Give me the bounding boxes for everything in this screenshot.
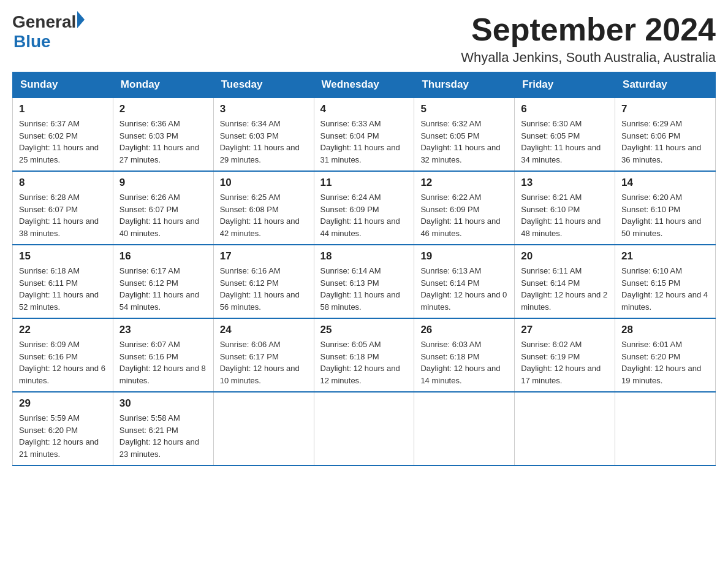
table-row xyxy=(414,392,515,465)
day-number: 23 xyxy=(119,324,207,336)
table-row xyxy=(615,392,716,465)
day-info: Sunrise: 6:01 AMSunset: 6:20 PMDaylight:… xyxy=(621,339,709,386)
title-area: September 2024 Whyalla Jenkins, South Au… xyxy=(461,12,716,66)
day-number: 10 xyxy=(220,177,308,189)
day-number: 11 xyxy=(320,177,408,189)
table-row: 30Sunrise: 5:58 AMSunset: 6:21 PMDayligh… xyxy=(113,392,213,465)
table-row: 7Sunrise: 6:29 AMSunset: 6:06 PMDaylight… xyxy=(615,98,716,171)
logo-arrow-icon xyxy=(77,11,85,28)
day-number: 9 xyxy=(119,177,207,189)
day-number: 6 xyxy=(521,103,609,115)
calendar-table: Sunday Monday Tuesday Wednesday Thursday… xyxy=(12,72,716,466)
day-info: Sunrise: 6:18 AMSunset: 6:11 PMDaylight:… xyxy=(19,265,107,313)
table-row: 29Sunrise: 5:59 AMSunset: 6:20 PMDayligh… xyxy=(13,392,113,465)
table-row: 11Sunrise: 6:24 AMSunset: 6:09 PMDayligh… xyxy=(314,171,414,245)
calendar-week-row: 1Sunrise: 6:37 AMSunset: 6:02 PMDaylight… xyxy=(13,98,716,171)
day-info: Sunrise: 6:17 AMSunset: 6:12 PMDaylight:… xyxy=(119,265,207,313)
table-row: 6Sunrise: 6:30 AMSunset: 6:05 PMDaylight… xyxy=(515,98,615,171)
table-row: 2Sunrise: 6:36 AMSunset: 6:03 PMDaylight… xyxy=(113,98,213,171)
day-info: Sunrise: 6:06 AMSunset: 6:17 PMDaylight:… xyxy=(220,339,308,386)
table-row: 20Sunrise: 6:11 AMSunset: 6:14 PMDayligh… xyxy=(515,245,615,318)
day-number: 5 xyxy=(420,103,508,115)
day-info: Sunrise: 6:21 AMSunset: 6:10 PMDaylight:… xyxy=(521,191,609,239)
month-title: September 2024 xyxy=(461,12,716,47)
day-info: Sunrise: 6:16 AMSunset: 6:12 PMDaylight:… xyxy=(220,265,308,313)
header-sunday: Sunday xyxy=(13,72,113,98)
day-info: Sunrise: 6:25 AMSunset: 6:08 PMDaylight:… xyxy=(220,191,308,239)
day-info: Sunrise: 6:28 AMSunset: 6:07 PMDaylight:… xyxy=(19,191,107,239)
day-info: Sunrise: 6:36 AMSunset: 6:03 PMDaylight:… xyxy=(119,118,207,166)
table-row xyxy=(213,392,314,465)
table-row: 10Sunrise: 6:25 AMSunset: 6:08 PMDayligh… xyxy=(213,171,314,245)
day-number: 14 xyxy=(621,177,709,189)
day-info: Sunrise: 6:20 AMSunset: 6:10 PMDaylight:… xyxy=(621,191,709,239)
day-number: 4 xyxy=(320,103,408,115)
table-row: 21Sunrise: 6:10 AMSunset: 6:15 PMDayligh… xyxy=(615,245,716,318)
day-info: Sunrise: 6:26 AMSunset: 6:07 PMDaylight:… xyxy=(119,191,207,239)
table-row: 18Sunrise: 6:14 AMSunset: 6:13 PMDayligh… xyxy=(314,245,414,318)
table-row: 3Sunrise: 6:34 AMSunset: 6:03 PMDaylight… xyxy=(213,98,314,171)
table-row: 26Sunrise: 6:03 AMSunset: 6:18 PMDayligh… xyxy=(414,318,515,392)
header-friday: Friday xyxy=(515,72,615,98)
table-row xyxy=(314,392,414,465)
table-row: 23Sunrise: 6:07 AMSunset: 6:16 PMDayligh… xyxy=(113,318,213,392)
table-row: 1Sunrise: 6:37 AMSunset: 6:02 PMDaylight… xyxy=(13,98,113,171)
logo-general-text: General xyxy=(12,12,76,32)
table-row: 8Sunrise: 6:28 AMSunset: 6:07 PMDaylight… xyxy=(13,171,113,245)
day-info: Sunrise: 6:33 AMSunset: 6:04 PMDaylight:… xyxy=(320,118,408,166)
day-number: 7 xyxy=(621,103,709,115)
table-row: 5Sunrise: 6:32 AMSunset: 6:05 PMDaylight… xyxy=(414,98,515,171)
day-info: Sunrise: 6:10 AMSunset: 6:15 PMDaylight:… xyxy=(621,265,709,313)
day-number: 22 xyxy=(19,324,107,336)
day-info: Sunrise: 6:02 AMSunset: 6:19 PMDaylight:… xyxy=(521,339,609,386)
table-row: 19Sunrise: 6:13 AMSunset: 6:14 PMDayligh… xyxy=(414,245,515,318)
header-saturday: Saturday xyxy=(615,72,716,98)
day-info: Sunrise: 6:07 AMSunset: 6:16 PMDaylight:… xyxy=(119,339,207,386)
day-number: 28 xyxy=(621,324,709,336)
day-number: 1 xyxy=(19,103,107,115)
calendar-week-row: 29Sunrise: 5:59 AMSunset: 6:20 PMDayligh… xyxy=(13,392,716,465)
page-header: General Blue September 2024 Whyalla Jenk… xyxy=(12,12,716,66)
table-row: 24Sunrise: 6:06 AMSunset: 6:17 PMDayligh… xyxy=(213,318,314,392)
day-number: 25 xyxy=(320,324,408,336)
table-row: 12Sunrise: 6:22 AMSunset: 6:09 PMDayligh… xyxy=(414,171,515,245)
day-info: Sunrise: 6:24 AMSunset: 6:09 PMDaylight:… xyxy=(320,191,408,239)
day-info: Sunrise: 5:59 AMSunset: 6:20 PMDaylight:… xyxy=(19,412,107,460)
day-info: Sunrise: 6:34 AMSunset: 6:03 PMDaylight:… xyxy=(220,118,308,166)
calendar-week-row: 22Sunrise: 6:09 AMSunset: 6:16 PMDayligh… xyxy=(13,318,716,392)
table-row: 25Sunrise: 6:05 AMSunset: 6:18 PMDayligh… xyxy=(314,318,414,392)
day-number: 16 xyxy=(119,250,207,262)
day-number: 15 xyxy=(19,250,107,262)
day-number: 8 xyxy=(19,177,107,189)
day-info: Sunrise: 5:58 AMSunset: 6:21 PMDaylight:… xyxy=(119,412,207,460)
day-info: Sunrise: 6:13 AMSunset: 6:14 PMDaylight:… xyxy=(420,265,508,313)
day-number: 20 xyxy=(521,250,609,262)
day-number: 12 xyxy=(420,177,508,189)
logo: General Blue xyxy=(12,12,85,52)
day-info: Sunrise: 6:37 AMSunset: 6:02 PMDaylight:… xyxy=(19,118,107,166)
table-row: 17Sunrise: 6:16 AMSunset: 6:12 PMDayligh… xyxy=(213,245,314,318)
day-info: Sunrise: 6:32 AMSunset: 6:05 PMDaylight:… xyxy=(420,118,508,166)
header-monday: Monday xyxy=(113,72,213,98)
day-number: 3 xyxy=(220,103,308,115)
day-number: 30 xyxy=(119,397,207,410)
header-wednesday: Wednesday xyxy=(314,72,414,98)
day-number: 17 xyxy=(220,250,308,262)
table-row: 28Sunrise: 6:01 AMSunset: 6:20 PMDayligh… xyxy=(615,318,716,392)
table-row: 4Sunrise: 6:33 AMSunset: 6:04 PMDaylight… xyxy=(314,98,414,171)
table-row: 22Sunrise: 6:09 AMSunset: 6:16 PMDayligh… xyxy=(13,318,113,392)
day-number: 21 xyxy=(621,250,709,262)
header-tuesday: Tuesday xyxy=(213,72,314,98)
day-info: Sunrise: 6:11 AMSunset: 6:14 PMDaylight:… xyxy=(521,265,609,313)
day-number: 27 xyxy=(521,324,609,336)
day-info: Sunrise: 6:03 AMSunset: 6:18 PMDaylight:… xyxy=(420,339,508,386)
day-number: 29 xyxy=(19,397,107,410)
day-info: Sunrise: 6:05 AMSunset: 6:18 PMDaylight:… xyxy=(320,339,408,386)
day-number: 24 xyxy=(220,324,308,336)
day-number: 26 xyxy=(420,324,508,336)
calendar-week-row: 8Sunrise: 6:28 AMSunset: 6:07 PMDaylight… xyxy=(13,171,716,245)
table-row xyxy=(515,392,615,465)
day-info: Sunrise: 6:29 AMSunset: 6:06 PMDaylight:… xyxy=(621,118,709,166)
table-row: 14Sunrise: 6:20 AMSunset: 6:10 PMDayligh… xyxy=(615,171,716,245)
calendar-header-row: Sunday Monday Tuesday Wednesday Thursday… xyxy=(13,72,716,98)
